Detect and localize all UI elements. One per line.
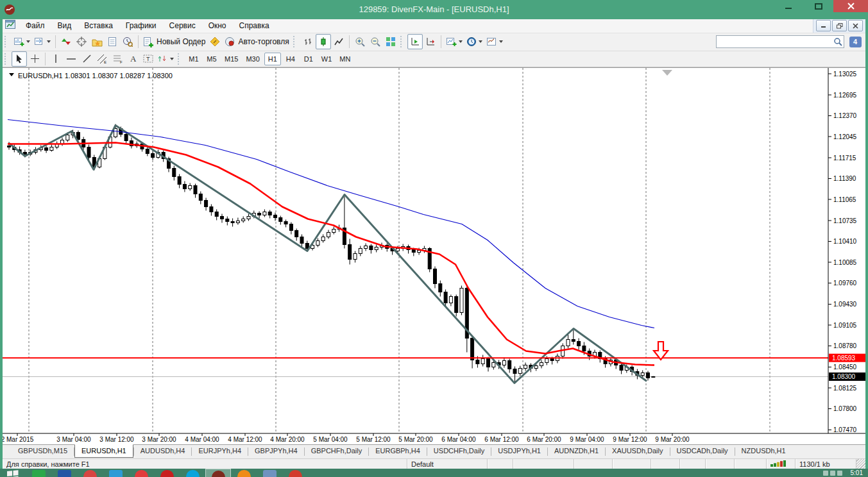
zoom-out-button[interactable] bbox=[368, 34, 383, 49]
chart-tab-xauusdh-daily[interactable]: XAUUSDh,Daily bbox=[606, 445, 669, 457]
chart-shift-button[interactable] bbox=[423, 34, 438, 49]
toolbar-grip[interactable] bbox=[400, 36, 405, 47]
timeframe-button-w1[interactable]: W1 bbox=[318, 53, 336, 65]
taskbar-app-orange[interactable] bbox=[231, 469, 257, 477]
navigator-button[interactable] bbox=[74, 34, 89, 49]
zoom-in-button[interactable] bbox=[352, 34, 368, 49]
taskbar-app-blue[interactable] bbox=[103, 469, 128, 477]
child-minimize-button[interactable] bbox=[816, 20, 831, 31]
taskbar-app-orange-icon bbox=[237, 470, 251, 477]
timeframe-button-mn[interactable]: MN bbox=[336, 53, 353, 65]
taskbar-app-green[interactable] bbox=[26, 469, 51, 477]
profiles-button[interactable] bbox=[32, 34, 53, 49]
timeframe-button-h1[interactable]: H1 bbox=[264, 53, 281, 65]
taskbar-app-red-gear[interactable] bbox=[282, 469, 308, 477]
arrows-tool-button[interactable] bbox=[156, 51, 176, 67]
menu-item-сервис[interactable]: Сервис bbox=[163, 20, 202, 31]
indicators-button[interactable] bbox=[444, 34, 464, 49]
tray-icon[interactable] bbox=[823, 471, 828, 476]
metaeditor-button[interactable] bbox=[207, 34, 223, 49]
child-close-button[interactable] bbox=[848, 20, 863, 31]
chart-tab-usdcadh-daily[interactable]: USDCADh,Daily bbox=[670, 445, 735, 457]
toolbar-grip[interactable] bbox=[293, 36, 298, 47]
search-icon[interactable] bbox=[833, 37, 842, 46]
chart-tab-eurgbph-h4[interactable]: EURGBPh,H4 bbox=[369, 445, 427, 457]
taskbar-app-blue-docs[interactable] bbox=[51, 469, 77, 477]
trendline-tool-button[interactable] bbox=[79, 51, 94, 67]
templates-button[interactable] bbox=[484, 34, 505, 49]
taskbar-app-red-white[interactable] bbox=[128, 469, 154, 477]
tray-icon[interactable] bbox=[837, 471, 842, 476]
chart-tab-gbpjpyh-h4[interactable]: GBPJPYh,H4 bbox=[248, 445, 304, 457]
market-watch-button[interactable] bbox=[58, 34, 74, 49]
new-order-button[interactable]: Новый Ордер bbox=[141, 34, 207, 49]
tray-icon[interactable] bbox=[830, 471, 835, 476]
timeframe-button-d1[interactable]: D1 bbox=[300, 53, 317, 65]
fibonacci-tool-button[interactable]: F bbox=[110, 51, 125, 67]
close-button[interactable] bbox=[833, 0, 868, 12]
crosshair-tool-button[interactable] bbox=[27, 51, 42, 67]
equidistant-channel-tool-button[interactable]: E bbox=[94, 51, 110, 67]
price-chart[interactable]: 1.130251.126951.123701.120451.117151.113… bbox=[3, 68, 865, 445]
text-tool-button[interactable]: A bbox=[125, 51, 140, 67]
maximize-button[interactable] bbox=[803, 0, 833, 12]
taskbar-app-dark-red[interactable] bbox=[205, 469, 231, 477]
chart-tab-usdchfh-daily[interactable]: USDCHFh,Daily bbox=[427, 445, 491, 457]
data-window-button[interactable] bbox=[105, 34, 120, 49]
taskbar-app-green-icon bbox=[32, 470, 46, 477]
timeframe-button-m15[interactable]: M15 bbox=[221, 53, 241, 65]
line-chart-type-button[interactable] bbox=[331, 34, 346, 49]
toolbar-grip[interactable] bbox=[178, 53, 182, 65]
menu-item-файл[interactable]: Файл bbox=[19, 20, 51, 31]
start-button[interactable] bbox=[0, 469, 26, 477]
search-input[interactable] bbox=[716, 35, 844, 48]
vertical-line-tool-button[interactable] bbox=[48, 51, 64, 67]
favorites-button[interactable] bbox=[89, 34, 105, 49]
taskbar-app-files[interactable] bbox=[257, 469, 282, 477]
bar-chart-type-button[interactable] bbox=[300, 34, 316, 49]
menu-item-вставка[interactable]: Вставка bbox=[78, 20, 119, 31]
chart-tab-usdjpyh-h1[interactable]: USDJPYh,H1 bbox=[491, 445, 547, 457]
timeframe-button-h4[interactable]: H4 bbox=[282, 53, 299, 65]
chart-tab-eurusdh-h1[interactable]: EURUSDh,H1 bbox=[74, 444, 133, 458]
timeframe-button-m5[interactable]: M5 bbox=[203, 53, 220, 65]
chart-ohlc-label: EURUSDh,H1 1.08301 1.08307 1.08287 1.083… bbox=[18, 72, 173, 80]
menu-item-вид[interactable]: Вид bbox=[51, 20, 78, 31]
new-chart-button[interactable] bbox=[12, 34, 32, 49]
autotrading-button[interactable]: Авто-торговля bbox=[223, 34, 291, 49]
timeframe-button-m1[interactable]: M1 bbox=[185, 53, 202, 65]
chart-tab-audnzdh-h1[interactable]: AUDNZDh,H1 bbox=[548, 445, 605, 457]
autoscroll-button[interactable] bbox=[407, 34, 423, 49]
taskbar-app-skype[interactable] bbox=[180, 469, 205, 477]
menu-item-окно[interactable]: Окно bbox=[202, 20, 233, 31]
cursor-tool-button[interactable] bbox=[12, 51, 27, 67]
horizontal-line-tool-button[interactable] bbox=[64, 51, 79, 67]
chart-tab-eurjpyh-h4[interactable]: EURJPYh,H4 bbox=[192, 445, 248, 457]
toolbar-grip[interactable] bbox=[4, 36, 9, 47]
candlestick-type-button[interactable] bbox=[316, 34, 331, 49]
chart-tab-audusdh-h4[interactable]: AUDUSDh,H4 bbox=[134, 445, 192, 457]
timeframe-button-m30[interactable]: M30 bbox=[243, 53, 262, 65]
candle-up bbox=[502, 361, 506, 365]
periods-button[interactable] bbox=[464, 34, 484, 49]
chart-tab-nzdusdh-h1[interactable]: NZDUSDh,H1 bbox=[735, 445, 792, 457]
child-restore-button[interactable] bbox=[832, 20, 847, 31]
candle-down bbox=[652, 377, 655, 378]
chat-notifications-button[interactable]: 4 bbox=[847, 35, 863, 49]
candle-up bbox=[332, 230, 336, 233]
text-label-tool-button[interactable]: T bbox=[140, 51, 156, 67]
resize-grip[interactable] bbox=[856, 459, 865, 469]
status-profile[interactable]: Default bbox=[407, 459, 488, 469]
chart-tab-gbpchfh-daily[interactable]: GBPCHFh,Daily bbox=[305, 445, 368, 457]
tile-windows-button[interactable] bbox=[383, 34, 398, 49]
taskbar-app-browser-red[interactable] bbox=[77, 469, 103, 477]
menu-item-графики[interactable]: Графики bbox=[119, 20, 163, 31]
menu-item-справка[interactable]: Справка bbox=[233, 20, 276, 31]
time-axis-label: 9 Mar 20:00 bbox=[655, 436, 690, 443]
strategy-tester-button[interactable] bbox=[120, 34, 135, 49]
taskbar-app-yandex[interactable] bbox=[154, 469, 180, 477]
minimize-button[interactable] bbox=[773, 0, 803, 12]
toolbar-grip[interactable] bbox=[4, 53, 9, 65]
chart-area[interactable]: 1.130251.126951.123701.120451.117151.113… bbox=[3, 67, 865, 444]
chart-tab-gbpusdh-m15[interactable]: GBPUSDh,M15 bbox=[12, 445, 74, 457]
